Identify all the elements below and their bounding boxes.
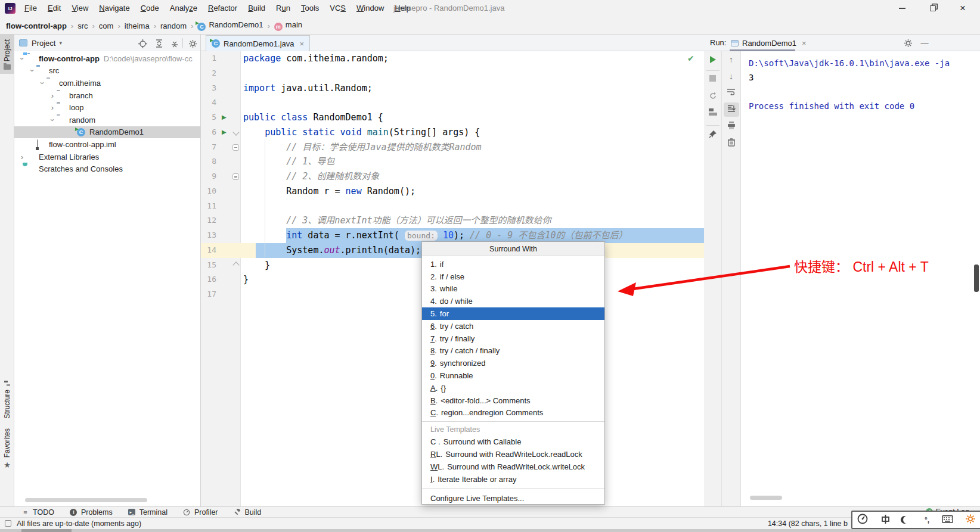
menu-tools[interactable]: Tools: [296, 0, 324, 17]
print-icon[interactable]: [722, 122, 740, 129]
project-horizontal-scrollbar[interactable]: [25, 498, 147, 502]
menu-file[interactable]: File: [19, 0, 42, 17]
code-line-10[interactable]: Random r = new Random();: [243, 184, 415, 199]
tree-item-random[interactable]: ›random: [14, 114, 201, 126]
settings-gear-icon[interactable]: [187, 38, 198, 49]
toolwindow-build[interactable]: Build: [234, 508, 262, 517]
ime-punctuation-icon[interactable]: °,: [925, 516, 929, 524]
popup-item-surround-with-readwritelock-writelock[interactable]: WL.Surround with ReadWriteLock.writeLock: [422, 461, 604, 473]
menu-navigate[interactable]: Navigate: [94, 0, 135, 17]
menu-code[interactable]: Code: [135, 0, 165, 17]
code-line-16[interactable]: }: [243, 272, 249, 287]
toolwindow-profiler[interactable]: Profiler: [183, 508, 218, 517]
popup-item-if-else[interactable]: 2.if / else: [422, 270, 604, 283]
console-layout-icon[interactable]: [704, 108, 721, 116]
popup-item-surround-with-callable[interactable]: C .Surround with Callable: [422, 435, 604, 448]
chevron-open-icon[interactable]: ›: [28, 67, 37, 75]
chevron-closed-icon[interactable]: ›: [18, 153, 26, 161]
breadcrumb-random[interactable]: random: [160, 21, 187, 30]
breadcrumb-randomdemo1[interactable]: CRandomDemo1: [197, 20, 263, 31]
code-line-6[interactable]: public static void main(String[] args) {: [243, 125, 480, 140]
code-line-5[interactable]: public class RandomDemo1 {: [243, 110, 383, 125]
code-line-14[interactable]: System.out.println(data);: [243, 243, 421, 258]
inspections-ok-icon[interactable]: ✔: [687, 54, 694, 63]
chevron-open-icon[interactable]: ›: [18, 54, 27, 63]
chevron-open-icon[interactable]: ›: [48, 116, 57, 124]
editor-tab-randomdemo1[interactable]: C RandomDemo1.java ×: [206, 35, 310, 51]
caret-position-indicator[interactable]: 14:34 (82 chars, 1 line b: [768, 518, 848, 530]
popup-configure-live-templates[interactable]: Configure Live Templates...: [422, 491, 604, 506]
menu-analyze[interactable]: Analyze: [165, 0, 203, 17]
run-line-icon[interactable]: ▶: [222, 125, 230, 140]
fold-region-icon[interactable]: [232, 173, 239, 180]
tree-item-com-itheima[interactable]: ›com.itheima: [14, 77, 201, 89]
popup-item-try-catch[interactable]: 6.try / catch: [422, 320, 604, 332]
popup-item-while[interactable]: 3.while: [422, 283, 604, 295]
sidebar-tab-project[interactable]: Project: [0, 35, 14, 74]
popup-item-region-endregion-comments[interactable]: C.region...endregion Comments: [422, 407, 604, 419]
locate-file-icon[interactable]: [137, 38, 148, 49]
code-line-3[interactable]: import java.util.Random;: [243, 81, 373, 96]
close-run-tab-icon[interactable]: ×: [802, 39, 807, 48]
restart-button[interactable]: [704, 92, 721, 100]
run-line-icon[interactable]: ▶: [222, 110, 230, 125]
popup-item-for[interactable]: 5.for: [422, 307, 604, 320]
pin-tab-icon[interactable]: [704, 130, 721, 138]
popup-item-synchronized[interactable]: 9.synchronized: [422, 357, 604, 369]
popup-item-iterate-iterable-or-array[interactable]: I.Iterate Iterable or array: [422, 473, 604, 486]
code-line-9[interactable]: // 2、创建随机数对象: [243, 169, 379, 184]
maximize-button[interactable]: [923, 0, 943, 17]
tree-item-flow-control-app-iml[interactable]: flow-control-app.iml: [14, 138, 201, 151]
collapse-all-icon[interactable]: [169, 38, 180, 49]
breadcrumb-main[interactable]: mmain: [274, 20, 302, 31]
chevron-open-icon[interactable]: ›: [38, 79, 47, 87]
close-tab-icon[interactable]: ×: [300, 39, 305, 48]
code-line-1[interactable]: package com.itheima.random;: [243, 51, 389, 66]
tree-item-loop[interactable]: ›loop: [14, 101, 201, 114]
expand-all-icon[interactable]: [154, 38, 165, 49]
menu-view[interactable]: View: [66, 0, 94, 17]
popup-item-runnable[interactable]: 0.Runnable: [422, 369, 604, 382]
down-stacktrace-icon[interactable]: ↓: [722, 71, 740, 81]
console-vertical-scrollbar[interactable]: [974, 265, 979, 292]
chevron-closed-icon[interactable]: ›: [48, 103, 57, 112]
breadcrumb-src[interactable]: src: [77, 21, 88, 30]
up-stacktrace-icon[interactable]: ↑: [722, 55, 740, 64]
code-line-15[interactable]: }: [243, 258, 270, 273]
ime-settings-gear-icon[interactable]: [966, 514, 975, 525]
minimize-button[interactable]: [892, 0, 912, 17]
breadcrumb-flow-control-app[interactable]: flow-control-app: [6, 21, 67, 30]
soft-wrap-icon[interactable]: [722, 88, 740, 95]
ime-keyboard-icon[interactable]: [942, 515, 953, 525]
code-line-12[interactable]: // 3、调用nextInt功能（方法）可以返回一个整型的随机数给你: [243, 213, 551, 228]
breadcrumb-com[interactable]: com: [99, 21, 114, 30]
popup-item-try-finally[interactable]: 7.try / finally: [422, 332, 604, 345]
toolwindow-terminal[interactable]: ▸_Terminal: [128, 508, 168, 517]
clear-console-trash-icon[interactable]: [722, 138, 740, 147]
chevron-closed-icon[interactable]: ›: [48, 91, 57, 100]
close-button[interactable]: ×: [953, 0, 973, 17]
sidebar-tab-structure[interactable]: Structure: [0, 377, 14, 422]
popup-item-do-while[interactable]: 4.do / while: [422, 295, 604, 307]
menu-window[interactable]: Window: [351, 0, 389, 17]
ime-fullhalf-moon-icon[interactable]: [903, 516, 911, 524]
popup-item-[interactable]: A.{}: [422, 382, 604, 394]
breadcrumb-itheima[interactable]: itheima: [125, 21, 150, 30]
toolwindow-todo[interactable]: ≡TODO: [21, 508, 54, 517]
tree-item-flow-control-app[interactable]: ›flow-control-appD:\code\javasepro\flow-…: [14, 52, 201, 65]
tree-item-randomdemo1[interactable]: CRandomDemo1: [14, 126, 201, 139]
toolwindow-problems[interactable]: !Problems: [70, 508, 113, 517]
popup-item-try-catch-finally[interactable]: 8.try / catch / finally: [422, 345, 604, 357]
ime-chinese-mode-icon[interactable]: [880, 514, 891, 526]
ime-logo-icon[interactable]: [857, 514, 868, 526]
rerun-button[interactable]: [704, 56, 721, 63]
fold-region-icon[interactable]: [232, 144, 239, 151]
menu-vcs[interactable]: VCS: [324, 0, 351, 17]
tree-item-src[interactable]: ›src: [14, 65, 201, 77]
popup-item-surround-with-readwritelock-readlock[interactable]: RL.Surround with ReadWriteLock.readLock: [422, 448, 604, 461]
tree-item-external-libraries[interactable]: ›External Libraries: [14, 151, 201, 163]
hide-run-panel-icon[interactable]: —: [919, 38, 930, 48]
run-tab-randomdemo1[interactable]: RandomDemo1 ×: [731, 35, 807, 51]
code-line-7[interactable]: // 目标：学会使用Java提供的随机数类Random: [243, 140, 482, 155]
popup-item-if[interactable]: 1.if: [422, 258, 604, 270]
